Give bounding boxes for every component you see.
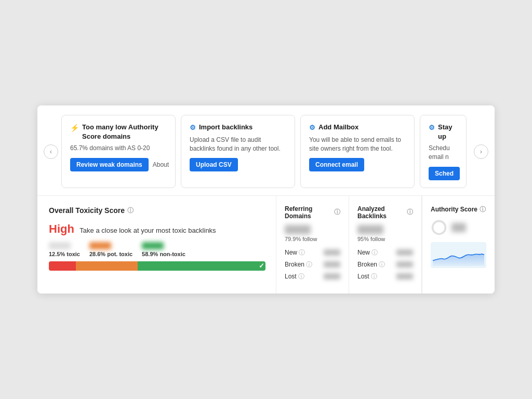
card-stay-up-subtitle: Schedu email n (429, 144, 458, 162)
stat-toxic-label: 12.5% toxic (49, 251, 80, 257)
schedule-button[interactable]: Sched (429, 167, 460, 180)
bar-orange (76, 261, 138, 271)
analyzed-lost-label: Lost ⓘ (357, 272, 377, 281)
card-add-mailbox-title: ⚙ Add Mailbox (309, 123, 406, 132)
card-add-mailbox: ⚙ Add Mailbox You will be able to send e… (300, 115, 415, 188)
card-weak-domains-subtitle: 65.7% domains with AS 0-20 (70, 144, 167, 153)
card-weak-domains-title: ⚡ Too many low Authority Score domains (70, 123, 167, 141)
referring-domains-title: Referring Domains ⓘ (285, 205, 340, 220)
card-import-backlinks-buttons: Upload CSV (190, 158, 286, 171)
authority-score-title: Authority Score ⓘ (431, 205, 486, 214)
gear-icon-stay: ⚙ (429, 123, 435, 132)
referring-new-value (324, 249, 340, 256)
stat-toxic-bar (49, 242, 71, 249)
analyzed-new-value (396, 249, 413, 256)
analyzed-backlinks-big-number (357, 225, 413, 234)
toxicity-title: Overall Toxicity Score ⓘ (49, 206, 265, 215)
referring-lost-label: Lost ⓘ (285, 272, 304, 281)
about-button[interactable]: About (153, 161, 169, 168)
card-import-backlinks-title: ⚙ Import backlinks (190, 123, 286, 132)
gear-icon-import: ⚙ (190, 123, 196, 132)
toxicity-stats: 12.5% toxic 28.6% pot. toxic 58.9% non-t… (49, 242, 265, 257)
authority-score-value (451, 223, 466, 232)
stat-pot-toxic: 28.6% pot. toxic (89, 242, 132, 257)
gear-icon-mailbox: ⚙ (309, 123, 315, 132)
toxicity-progress-bar: ✓ (49, 261, 265, 271)
referring-domains-count (285, 225, 311, 234)
connect-email-button[interactable]: Connect email (309, 158, 364, 171)
referring-broken-label: Broken ⓘ (285, 260, 312, 269)
card-weak-domains-buttons: Review weak domains About (70, 158, 167, 171)
right-nav-arrow[interactable]: › (474, 144, 488, 159)
authority-score-info-icon[interactable]: ⓘ (480, 205, 486, 214)
analyzed-backlinks-count (357, 225, 383, 234)
analyzed-lost-row: Lost ⓘ (357, 272, 413, 281)
stat-toxic: 12.5% toxic (49, 242, 80, 257)
analyzed-backlinks-info-icon[interactable]: ⓘ (407, 208, 413, 217)
analyzed-backlinks-follow: 95% follow (357, 236, 413, 242)
referring-domains-big-number (285, 225, 340, 234)
toxicity-level: High (49, 222, 74, 235)
main-container: ‹ ⚡ Too many low Authority Score domains… (37, 105, 495, 294)
card-add-mailbox-buttons: Connect email (309, 158, 406, 171)
referring-lost-info[interactable]: ⓘ (298, 272, 304, 281)
analyzed-broken-info[interactable]: ⓘ (379, 260, 385, 269)
referring-lost-row: Lost ⓘ (285, 272, 340, 281)
referring-new-row: New ⓘ (285, 248, 340, 257)
referring-broken-info[interactable]: ⓘ (306, 260, 312, 269)
card-weak-domains: ⚡ Too many low Authority Score domains 6… (61, 115, 176, 188)
analyzed-broken-label: Broken ⓘ (357, 260, 385, 269)
referring-lost-value (324, 273, 340, 280)
referring-domains-info-icon[interactable]: ⓘ (334, 208, 340, 217)
card-stay-up: ⚙ Stay up Schedu email n Sched (420, 115, 467, 188)
stat-non-toxic-bar (142, 242, 164, 249)
card-import-backlinks-subtitle: Upload a CSV file to audit backlinks fou… (190, 136, 286, 153)
card-stay-up-title: ⚙ Stay up (429, 123, 458, 141)
analyzed-lost-value (396, 273, 413, 280)
cards-row: ‹ ⚡ Too many low Authority Score domains… (37, 105, 495, 196)
authority-donut-chart (431, 219, 447, 236)
stat-non-toxic: 58.9% non-toxic (142, 242, 185, 257)
left-arrow-icon: ‹ (50, 148, 52, 155)
toxicity-panel: Overall Toxicity Score ⓘ High Take a clo… (37, 196, 276, 294)
analyzed-lost-info[interactable]: ⓘ (371, 272, 377, 281)
right-arrow-icon: › (480, 148, 482, 155)
card-import-backlinks: ⚙ Import backlinks Upload a CSV file to … (181, 115, 295, 188)
toxicity-level-row: High Take a close look at your most toxi… (49, 222, 265, 236)
bar-green: ✓ (138, 261, 265, 271)
analyzed-backlinks-panel: Analyzed Backlinks ⓘ 95% follow New ⓘ (349, 196, 422, 294)
card-stay-up-buttons: Sched (429, 167, 458, 180)
authority-score-panel: Authority Score ⓘ (422, 196, 495, 294)
upload-csv-button[interactable]: Upload CSV (190, 158, 238, 171)
review-weak-domains-button[interactable]: Review weak domains (70, 158, 149, 171)
referring-broken-row: Broken ⓘ (285, 260, 340, 269)
referring-new-label: New ⓘ (285, 248, 305, 257)
stats-panels: Referring Domains ⓘ 79.9% follow New ⓘ (276, 196, 495, 294)
analyzed-backlinks-title: Analyzed Backlinks ⓘ (357, 205, 413, 220)
toxicity-description: Take a close look at your most toxic bac… (79, 227, 216, 234)
bolt-icon: ⚡ (70, 123, 79, 133)
analyzed-new-label: New ⓘ (357, 248, 378, 257)
analyzed-new-info[interactable]: ⓘ (371, 248, 378, 257)
sparkline-container (431, 242, 486, 268)
analyzed-broken-row: Broken ⓘ (357, 260, 413, 269)
authority-sparkline (433, 244, 484, 266)
referring-domains-panel: Referring Domains ⓘ 79.9% follow New ⓘ (276, 196, 349, 294)
referring-domains-follow: 79.9% follow (285, 236, 340, 242)
stat-non-toxic-label: 58.9% non-toxic (142, 251, 185, 257)
toxicity-info-icon[interactable]: ⓘ (127, 206, 134, 215)
analyzed-new-row: New ⓘ (357, 248, 413, 257)
bar-red (49, 261, 76, 271)
left-nav-arrow[interactable]: ‹ (44, 144, 58, 159)
analyzed-broken-value (396, 261, 413, 268)
card-add-mailbox-subtitle: You will be able to send emails to site … (309, 136, 406, 153)
referring-broken-value (324, 261, 340, 268)
referring-new-info[interactable]: ⓘ (299, 248, 305, 257)
cards-scroll: ⚡ Too many low Authority Score domains 6… (61, 115, 471, 188)
authority-circle (431, 219, 486, 236)
stat-pot-toxic-bar (89, 242, 111, 249)
stat-pot-toxic-label: 28.6% pot. toxic (89, 251, 132, 257)
analytics-row: Overall Toxicity Score ⓘ High Take a clo… (37, 196, 495, 294)
